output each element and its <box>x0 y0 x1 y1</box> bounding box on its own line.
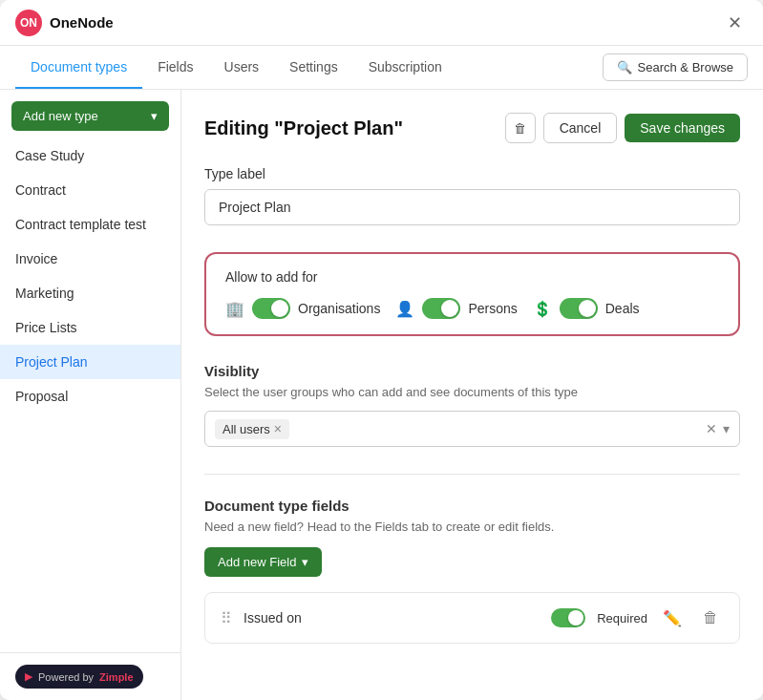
deals-toggle-group: 💲 Deals <box>533 298 640 319</box>
sidebar-item-contract-template-test[interactable]: Contract template test <box>0 207 180 242</box>
chevron-down-icon: ▾ <box>151 109 158 123</box>
visibility-title: Visiblity <box>204 363 740 379</box>
add-new-field-button[interactable]: Add new Field ▾ <box>204 547 322 577</box>
organisations-toggle[interactable] <box>252 298 290 319</box>
main-layout: Add new type ▾ Case Study Contract Contr… <box>0 90 763 700</box>
zimple-label: Zimple <box>99 671 133 683</box>
table-row: ⠿ Issued on Required ✏️ 🗑 <box>204 592 740 644</box>
tab-users[interactable]: Users <box>209 46 275 89</box>
clear-icon[interactable]: ✕ <box>706 421 717 436</box>
header-actions: 🗑 Cancel Save changes <box>505 113 740 143</box>
allow-to-add-title: Allow to add for <box>225 269 719 285</box>
persons-toggle[interactable] <box>422 298 460 319</box>
search-browse-button[interactable]: 🔍 Search & Browse <box>603 53 748 81</box>
persons-toggle-group: 👤 Persons <box>395 298 517 319</box>
app-title: OneNode <box>50 14 114 31</box>
save-button[interactable]: Save changes <box>625 114 740 142</box>
delete-button[interactable]: 🗑 <box>505 113 536 143</box>
nav-tabs-left: Document types Fields Users Settings Sub… <box>15 46 457 89</box>
chevron-down-icon: ▾ <box>302 555 308 569</box>
fields-section-title: Document type fields <box>204 498 740 514</box>
sidebar: Add new type ▾ Case Study Contract Contr… <box>0 90 181 700</box>
tab-document-types[interactable]: Document types <box>15 46 142 89</box>
type-label-section: Type label <box>204 166 740 225</box>
chevron-down-icon[interactable]: ▾ <box>723 421 730 436</box>
organisations-label: Organisations <box>298 301 380 316</box>
title-bar-left: ON OneNode <box>15 10 114 36</box>
sidebar-item-project-plan[interactable]: Project Plan <box>0 345 180 379</box>
nav-tabs: Document types Fields Users Settings Sub… <box>0 46 763 90</box>
drag-handle-icon[interactable]: ⠿ <box>221 609 232 627</box>
user-groups-select[interactable]: All users × ✕ ▾ <box>204 411 740 447</box>
section-divider <box>204 474 740 475</box>
search-icon: 🔍 <box>617 60 632 74</box>
deals-toggle[interactable] <box>560 298 598 319</box>
deals-label: Deals <box>605 301 640 316</box>
sidebar-footer: ▶ Powered by Zimple <box>0 652 180 700</box>
powered-by-badge: ▶ Powered by Zimple <box>15 665 143 689</box>
page-title: Editing "Project Plan" <box>204 117 403 139</box>
visibility-section: Visiblity Select the user groups who can… <box>204 363 740 447</box>
organisations-toggle-group: 🏢 Organisations <box>225 298 380 319</box>
document-type-fields-section: Document type fields Need a new field? H… <box>204 498 740 644</box>
visibility-description: Select the user groups who can add and s… <box>204 385 740 399</box>
app-logo: ON <box>15 10 42 36</box>
tag-select-actions: ✕ ▾ <box>706 421 730 436</box>
content-header: Editing "Project Plan" 🗑 Cancel Save cha… <box>204 113 740 143</box>
content-area: Editing "Project Plan" 🗑 Cancel Save cha… <box>181 90 763 700</box>
sidebar-list: Case Study Contract Contract template te… <box>0 138 180 652</box>
cancel-button[interactable]: Cancel <box>543 113 618 143</box>
sidebar-item-proposal[interactable]: Proposal <box>0 379 180 414</box>
all-users-tag: All users × <box>215 419 289 439</box>
persons-icon: 👤 <box>395 300 414 318</box>
title-bar: ON OneNode ✕ <box>0 0 763 46</box>
persons-label: Persons <box>468 301 517 316</box>
sidebar-item-invoice[interactable]: Invoice <box>0 242 180 276</box>
fields-section-description: Need a new field? Head to the Fields tab… <box>204 520 740 534</box>
play-icon: ▶ <box>25 670 32 683</box>
toggle-row: 🏢 Organisations 👤 Persons 💲 Deal <box>225 298 719 319</box>
sidebar-item-case-study[interactable]: Case Study <box>0 138 180 173</box>
sidebar-item-price-lists[interactable]: Price Lists <box>0 310 180 345</box>
organisations-icon: 🏢 <box>225 300 244 318</box>
type-label-label: Type label <box>204 166 740 181</box>
required-label: Required <box>597 611 647 626</box>
field-name-label: Issued on <box>244 610 540 626</box>
type-label-input[interactable] <box>204 189 740 225</box>
tab-settings[interactable]: Settings <box>274 46 353 89</box>
required-toggle[interactable] <box>551 608 585 627</box>
search-browse-label: Search & Browse <box>638 60 733 74</box>
tag-label: All users <box>223 422 270 436</box>
sidebar-item-contract[interactable]: Contract <box>0 173 180 207</box>
close-button[interactable]: ✕ <box>721 10 748 36</box>
delete-field-button[interactable]: 🗑 <box>697 605 724 631</box>
powered-by-label: Powered by <box>38 671 94 683</box>
sidebar-item-marketing[interactable]: Marketing <box>0 276 180 310</box>
edit-icon: ✏️ <box>663 609 682 627</box>
edit-field-button[interactable]: ✏️ <box>659 605 686 631</box>
app-window: ON OneNode ✕ Document types Fields Users… <box>0 0 763 700</box>
tab-subscription[interactable]: Subscription <box>353 46 457 89</box>
trash-icon: 🗑 <box>514 121 526 136</box>
deals-icon: 💲 <box>533 300 552 318</box>
tag-close-button[interactable]: × <box>274 422 282 435</box>
tab-fields[interactable]: Fields <box>142 46 208 89</box>
add-field-label: Add new Field <box>218 555 296 569</box>
trash-icon: 🗑 <box>703 609 718 626</box>
add-new-type-button[interactable]: Add new type ▾ <box>11 101 169 131</box>
allow-to-add-box: Allow to add for 🏢 Organisations 👤 Perso… <box>204 252 740 336</box>
